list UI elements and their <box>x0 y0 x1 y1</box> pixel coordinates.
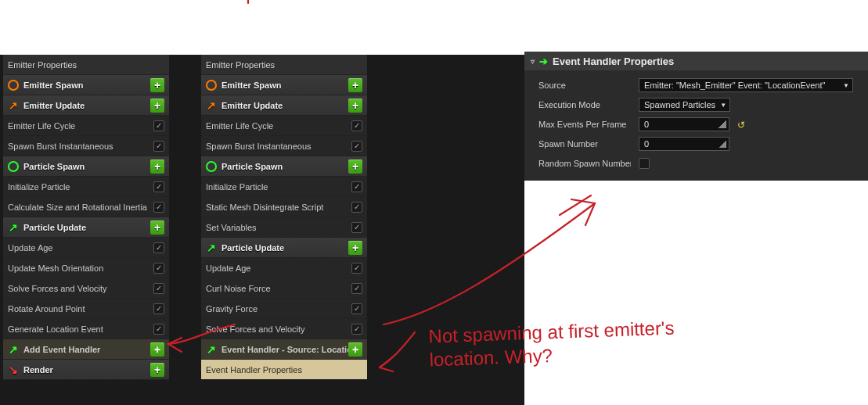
checkbox[interactable]: ✓ <box>153 120 164 131</box>
module-gravity-force[interactable]: Gravity Force✓ <box>201 299 367 319</box>
section-emitter-spawn[interactable]: Emitter Spawn + <box>3 75 169 95</box>
prop-label-exec-mode: Execution Mode <box>538 100 631 109</box>
section-particle-update[interactable]: ↗ Particle Update + <box>201 238 367 258</box>
checkbox[interactable]: ✓ <box>153 141 164 152</box>
module-generate-location-event[interactable]: Generate Location Event✓ <box>3 319 169 339</box>
module-event-handler-properties[interactable]: Event Handler Properties <box>201 360 367 380</box>
module-initialize-particle[interactable]: Initialize Particle✓ <box>201 177 367 197</box>
checkbox[interactable]: ✓ <box>351 263 362 274</box>
add-module-button[interactable]: + <box>348 241 362 255</box>
source-dropdown[interactable]: Emitter: "Mesh_Emitter" Event: "Location… <box>639 78 853 92</box>
section-particle-spawn[interactable]: Particle Spawn + <box>201 156 367 177</box>
arrow-icon: ↗ <box>206 100 217 111</box>
checkbox[interactable]: ✓ <box>351 120 362 131</box>
emitter-stack-2: Emitter Properties Emitter Spawn + ↗ Emi… <box>201 55 367 380</box>
add-module-button[interactable]: + <box>348 78 362 92</box>
add-module-button[interactable]: + <box>150 342 164 357</box>
max-events-input[interactable]: 0 <box>639 117 729 131</box>
checkbox[interactable]: ✓ <box>351 222 362 233</box>
emitter-properties-header[interactable]: Emitter Properties <box>3 55 169 75</box>
execution-mode-dropdown[interactable]: Spawned Particles <box>639 98 730 112</box>
module-curl-noise[interactable]: Curl Noise Force✓ <box>201 278 367 299</box>
module-set-variables[interactable]: Set Variables✓ <box>201 217 367 238</box>
arrow-icon: ↗ <box>8 344 19 355</box>
ring-icon <box>206 161 217 172</box>
module-solve-forces[interactable]: Solve Forces and Velocity✓ <box>201 319 367 339</box>
add-module-button[interactable]: + <box>150 99 164 113</box>
module-spawn-burst[interactable]: Spawn Burst Instantaneous✓ <box>201 136 367 156</box>
arrow-icon: ↗ <box>8 222 19 233</box>
checkbox[interactable]: ✓ <box>153 242 164 253</box>
prop-label-source: Source <box>538 81 631 90</box>
section-emitter-update[interactable]: ↗ Emitter Update + <box>3 95 169 116</box>
emitter-stack-1: Emitter Properties Emitter Spawn + ↗ Emi… <box>3 55 169 380</box>
section-event-handler-source[interactable]: ↗ Event Handler - Source: Location + <box>201 339 367 360</box>
checkbox[interactable]: ✓ <box>351 283 362 294</box>
module-solve-forces[interactable]: Solve Forces and Velocity✓ <box>3 278 169 299</box>
checkbox[interactable]: ✓ <box>153 181 164 192</box>
module-emitter-life-cycle[interactable]: Emitter Life Cycle✓ <box>201 116 367 136</box>
spawn-number-input[interactable]: 0 <box>639 137 729 151</box>
section-render[interactable]: ↘ Render + <box>3 360 169 380</box>
prop-label-spawn-number: Spawn Number <box>538 139 631 149</box>
details-panel: ▿ ➔ Event Handler Properties Source Emit… <box>524 52 868 181</box>
arrow-icon: ↗ <box>206 242 217 253</box>
ring-icon <box>8 80 19 91</box>
checkbox[interactable]: ✓ <box>351 181 362 192</box>
add-module-button[interactable]: + <box>150 78 164 92</box>
module-spawn-burst[interactable]: Spawn Burst Instantaneous✓ <box>3 136 169 156</box>
module-disintegrate[interactable]: Static Mesh Disintegrate Script✓ <box>201 197 367 217</box>
ring-icon <box>8 161 19 172</box>
arrow-icon: ➔ <box>539 56 548 67</box>
checkbox[interactable]: ✓ <box>153 324 164 335</box>
module-emitter-life-cycle[interactable]: Emitter Life Cycle✓ <box>3 116 169 136</box>
checkbox[interactable]: ✓ <box>153 283 164 294</box>
add-module-button[interactable]: + <box>348 342 362 357</box>
random-spawn-checkbox[interactable] <box>639 158 650 169</box>
module-calc-size[interactable]: Calculate Size and Rotational Inertia✓ <box>3 197 169 217</box>
section-add-event-handler[interactable]: ↗ Add Event Handler + <box>3 339 169 360</box>
add-module-button[interactable]: + <box>348 159 362 174</box>
module-update-age[interactable]: Update Age✓ <box>201 258 367 278</box>
section-emitter-spawn[interactable]: Emitter Spawn + <box>201 75 367 95</box>
checkbox[interactable]: ✓ <box>351 141 362 152</box>
arrow-icon: ↗ <box>8 100 19 111</box>
add-module-button[interactable]: + <box>150 159 164 174</box>
prop-label-max-events: Max Events Per Frame <box>538 120 631 129</box>
checkbox[interactable]: ✓ <box>153 263 164 274</box>
details-section-header[interactable]: ▿ ➔ Event Handler Properties <box>524 52 868 70</box>
checkbox[interactable]: ✓ <box>153 202 164 213</box>
arrow-icon: ↘ <box>8 364 19 375</box>
checkbox[interactable]: ✓ <box>153 303 164 314</box>
add-module-button[interactable]: + <box>348 99 362 113</box>
checkbox[interactable]: ✓ <box>351 303 362 314</box>
prop-label-random-spawn: Random Spawn Number <box>538 159 631 168</box>
add-module-button[interactable]: + <box>150 363 164 377</box>
chevron-down-icon: ▿ <box>531 57 535 66</box>
module-update-age[interactable]: Update Age✓ <box>3 238 169 258</box>
section-title: Event Handler Properties <box>553 56 674 67</box>
module-initialize-particle[interactable]: Initialize Particle✓ <box>3 177 169 197</box>
arrow-icon: ↗ <box>206 344 217 355</box>
section-emitter-update[interactable]: ↗ Emitter Update + <box>201 95 367 116</box>
module-rotate-around-point[interactable]: Rotate Around Point✓ <box>3 299 169 319</box>
emitter-properties-header[interactable]: Emitter Properties <box>201 55 367 75</box>
ring-icon <box>206 80 217 91</box>
section-particle-spawn[interactable]: Particle Spawn + <box>3 156 169 177</box>
section-particle-update[interactable]: ↗ Particle Update + <box>3 217 169 238</box>
add-module-button[interactable]: + <box>150 220 164 235</box>
module-update-mesh-orientation[interactable]: Update Mesh Orientation✓ <box>3 258 169 278</box>
checkbox[interactable]: ✓ <box>351 324 362 335</box>
reset-to-default-icon[interactable]: ↺ <box>737 120 747 129</box>
checkbox[interactable]: ✓ <box>351 202 362 213</box>
